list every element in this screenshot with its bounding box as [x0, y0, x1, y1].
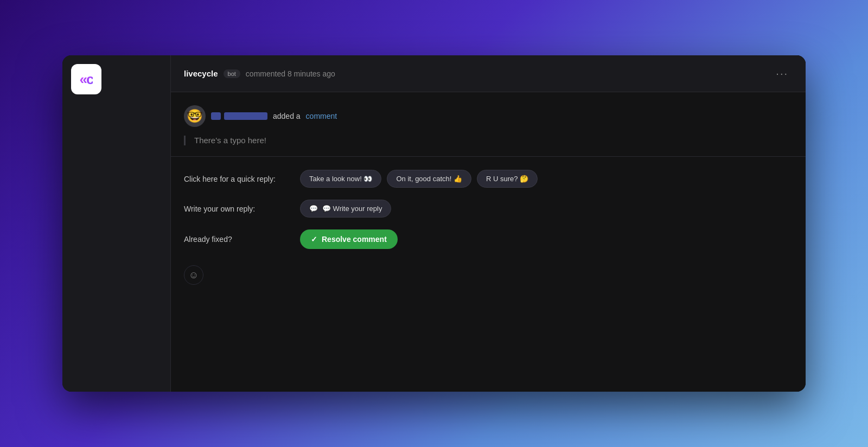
- actions-section: Click here for a quick reply: Take a loo…: [184, 157, 793, 302]
- main-content-area: livecycle bot commented 8 minutes ago ··…: [171, 55, 806, 392]
- name-blur-small: [211, 112, 221, 120]
- quick-reply-btn-2[interactable]: On it, good catch! 👍: [387, 170, 471, 188]
- write-reply-icon: 💬: [309, 205, 318, 213]
- bot-name: livecycle: [184, 69, 218, 78]
- write-reply-button-label: 💬 Write your reply: [322, 205, 382, 213]
- name-blur-large: [224, 112, 267, 120]
- quote-text: There's a typo here!: [194, 136, 266, 145]
- emoji-row: ☺: [184, 261, 793, 289]
- avatar: 🤓: [184, 105, 206, 127]
- comment-header: livecycle bot commented 8 minutes ago ··…: [171, 55, 806, 92]
- added-text: added a: [273, 112, 301, 120]
- quick-reply-row: Click here for a quick reply: Take a loo…: [184, 170, 793, 188]
- author-name-blur: [211, 112, 267, 120]
- bot-badge: bot: [224, 69, 240, 78]
- livecycle-logo: «c: [80, 71, 93, 88]
- resolve-row: Already fixed? ✓ Resolve comment: [184, 229, 793, 249]
- logo-container: «c: [71, 64, 101, 94]
- checkmark-icon: ✓: [311, 235, 317, 244]
- sidebar: «c: [62, 55, 171, 392]
- more-options-button[interactable]: ···: [771, 65, 793, 82]
- quick-reply-btn-3[interactable]: R U sure? 🤔: [477, 170, 538, 188]
- write-reply-button[interactable]: 💬 💬 Write your reply: [300, 200, 391, 218]
- write-reply-row: Write your own reply: 💬 💬 Write your rep…: [184, 200, 793, 218]
- write-reply-label: Write your own reply:: [184, 205, 292, 213]
- quick-reply-buttons: Take a look now! 👀 On it, good catch! 👍 …: [300, 170, 538, 188]
- quick-reply-btn-1[interactable]: Take a look now! 👀: [300, 170, 381, 188]
- comment-author-row: 🤓 added a comment: [184, 105, 793, 127]
- quick-reply-label: Click here for a quick reply:: [184, 175, 292, 183]
- resolve-label: Already fixed?: [184, 235, 292, 244]
- emoji-picker-button[interactable]: ☺: [184, 265, 203, 285]
- main-window: «c livecycle bot commented 8 minutes ago…: [62, 55, 806, 392]
- comment-body: 🤓 added a comment There's a typo here!: [171, 92, 806, 392]
- comment-header-left: livecycle bot commented 8 minutes ago: [184, 69, 771, 78]
- comment-link[interactable]: comment: [306, 112, 337, 120]
- resolve-button-label: Resolve comment: [322, 235, 387, 244]
- emoji-face-icon: ☺: [189, 270, 199, 281]
- resolve-comment-button[interactable]: ✓ Resolve comment: [300, 229, 398, 249]
- comment-quote: There's a typo here!: [184, 136, 793, 145]
- comment-timestamp: commented 8 minutes ago: [246, 69, 335, 78]
